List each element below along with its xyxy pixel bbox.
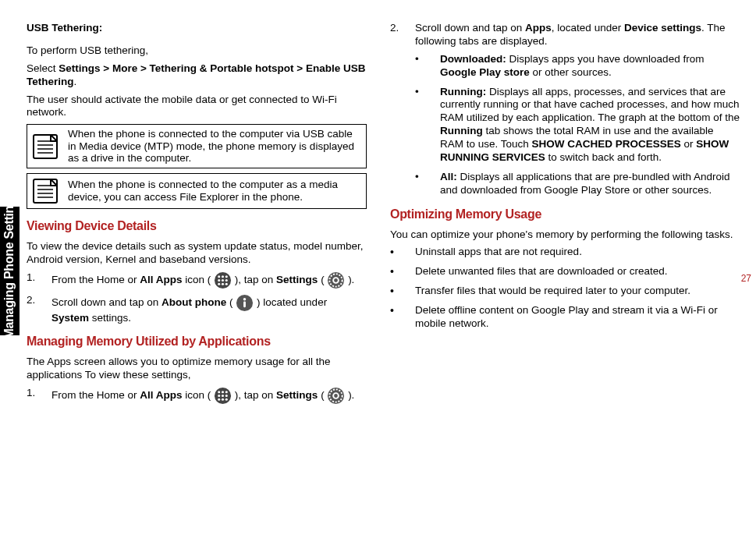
all-apps-icon <box>214 387 232 405</box>
text: ), tap on <box>232 389 276 401</box>
text-bold: System <box>51 312 89 324</box>
text: to switch back and forth. <box>545 151 662 163</box>
note-box-1: When the phone is connected to the compu… <box>27 124 367 168</box>
usb-activate: The user should activate the mobile data… <box>27 94 367 120</box>
settings-icon <box>327 387 345 405</box>
list-item: All: Displays all applications that are … <box>415 171 740 197</box>
list-item: Scroll down and tap on Apps, located und… <box>390 22 740 197</box>
svg-point-18 <box>222 282 224 285</box>
text-bold: Google Play store <box>440 66 530 78</box>
text-bold: SHOW CACHED PROCESSES <box>532 138 681 150</box>
select-path: Select Settings > More > Tethering & Por… <box>27 62 367 89</box>
list-item: Delete offline content on Google Play an… <box>390 304 740 331</box>
text: settings. <box>89 312 131 324</box>
list-item: From the Home or All Apps icon ( ), tap … <box>27 387 367 405</box>
text: or other sources. <box>530 66 612 78</box>
text: ( <box>318 274 327 285</box>
svg-point-16 <box>225 279 228 282</box>
text-bold: Device settings <box>624 22 701 34</box>
note-text-1: When the phone is connected to the compu… <box>68 128 360 165</box>
text: ( <box>318 389 327 401</box>
info-icon <box>236 294 254 312</box>
sidebar-label: Managing Phone Settings <box>2 211 16 339</box>
text-bold: All Apps <box>140 389 182 401</box>
managing-memory-head: Managing Memory Utilized by Applications <box>27 334 367 349</box>
text: icon ( <box>183 389 215 401</box>
memory-steps-cont: Scroll down and tap on Apps, located und… <box>390 22 740 197</box>
select-suffix: . <box>74 76 77 87</box>
text: Displays all applications that are pre-b… <box>440 171 729 196</box>
list-item: Running: Displays all apps, processes, a… <box>415 86 740 165</box>
downloaded-label: Downloaded: <box>440 53 509 65</box>
svg-point-29 <box>225 391 228 393</box>
svg-point-17 <box>218 282 220 285</box>
optimize-body: You can optimize your phone's memory by … <box>390 228 740 242</box>
text: Scroll down and tap on <box>415 22 525 34</box>
managing-memory-body: The Apps screen allows you to optimize m… <box>27 356 367 382</box>
sidebar-tab: Managing Phone Settings <box>0 207 20 335</box>
text: ), tap on <box>232 274 276 285</box>
svg-point-24 <box>243 298 246 300</box>
svg-point-12 <box>222 275 224 278</box>
text: ( <box>226 296 236 308</box>
page-content: USB Tethering: To perform USB tethering,… <box>27 22 740 409</box>
text-bold: Settings <box>276 274 318 285</box>
list-item: Uninstall apps that are not required. <box>390 246 740 259</box>
svg-point-27 <box>218 391 220 393</box>
text-bold: About phone <box>161 296 226 308</box>
text-bold: Running <box>440 125 483 136</box>
text: Displays apps you have downloaded from <box>509 53 705 65</box>
select-bold: Settings > More > Tethering & Portable h… <box>27 62 365 87</box>
text: , located under <box>552 22 624 34</box>
text: Scroll down and tap on <box>51 296 161 308</box>
text: From the Home or <box>51 274 140 285</box>
viewing-body: To view the device details such as syste… <box>27 240 367 267</box>
note-icon <box>30 133 60 161</box>
text: or <box>681 138 697 150</box>
list-item: Downloaded: Displays apps you have downl… <box>415 53 740 80</box>
right-column: Scroll down and tap on Apps, located und… <box>390 22 740 409</box>
viewing-device-details-head: Viewing Device Details <box>27 218 367 234</box>
svg-point-13 <box>225 275 228 278</box>
settings-icon <box>327 271 345 289</box>
svg-point-11 <box>218 275 220 278</box>
text: From the Home or <box>51 389 140 401</box>
svg-point-19 <box>225 282 228 285</box>
text: ). <box>345 274 354 285</box>
select-prefix: Select <box>27 62 59 74</box>
text-bold: Apps <box>525 22 552 34</box>
optimize-bullets: Uninstall apps that are not required. De… <box>390 246 740 330</box>
all-label: All: <box>440 171 460 182</box>
svg-point-30 <box>218 395 220 397</box>
note-box-2: When the phone is connected to the compu… <box>27 173 367 209</box>
left-column: USB Tethering: To perform USB tethering,… <box>27 22 367 409</box>
svg-point-34 <box>222 398 224 401</box>
text: ) located under <box>254 296 327 308</box>
svg-point-14 <box>218 279 220 282</box>
text-bold: Settings <box>276 389 318 401</box>
usb-intro: To perform USB tethering, <box>27 44 367 58</box>
note-icon <box>30 177 60 205</box>
list-item: Scroll down and tap on About phone ( ) l… <box>27 294 367 325</box>
all-apps-icon <box>214 271 232 289</box>
svg-point-32 <box>225 395 228 397</box>
running-label: Running: <box>440 86 489 97</box>
note-text-2: When the phone is connected to the compu… <box>68 179 360 203</box>
optimizing-memory-head: Optimizing Memory Usage <box>390 207 740 222</box>
text: ). <box>345 389 354 401</box>
list-item: Transfer files that would be required la… <box>390 285 740 298</box>
svg-point-31 <box>222 395 224 397</box>
svg-point-35 <box>225 398 228 401</box>
page-number: 27 <box>741 273 751 284</box>
svg-point-28 <box>222 391 224 393</box>
tabs-list: Downloaded: Displays apps you have downl… <box>415 53 740 197</box>
viewing-steps: From the Home or All Apps icon ( ), tap … <box>27 271 367 325</box>
text-bold: All Apps <box>140 274 182 285</box>
svg-point-33 <box>218 398 220 401</box>
svg-point-15 <box>222 279 224 282</box>
svg-rect-25 <box>243 301 246 307</box>
usb-tethering-title: USB Tethering: <box>27 22 367 35</box>
list-item: From the Home or All Apps icon ( ), tap … <box>27 271 367 289</box>
memory-steps: From the Home or All Apps icon ( ), tap … <box>27 387 367 405</box>
list-item: Delete unwanted files that are downloade… <box>390 265 740 278</box>
